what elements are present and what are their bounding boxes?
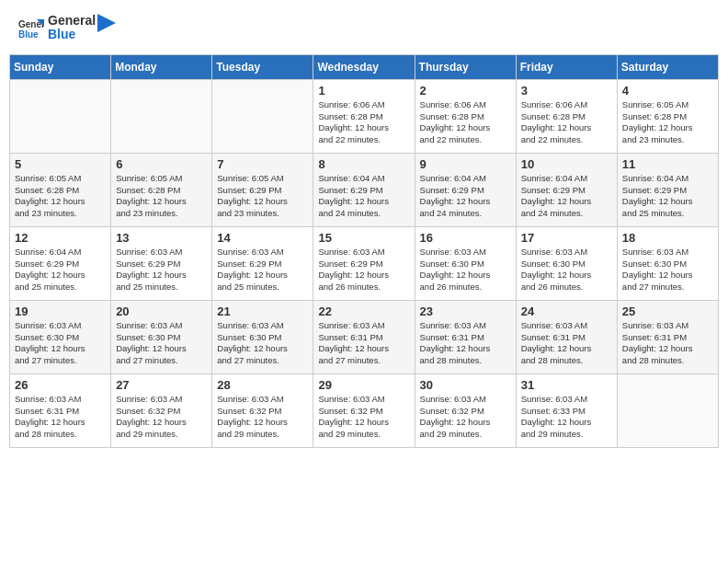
day-info: Sunrise: 6:03 AM Sunset: 6:33 PM Dayligh… — [521, 394, 612, 441]
calendar-cell: 3Sunrise: 6:06 AM Sunset: 6:28 PM Daylig… — [516, 79, 617, 153]
day-info: Sunrise: 6:03 AM Sunset: 6:32 PM Dayligh… — [116, 394, 207, 441]
day-number: 16 — [420, 231, 511, 245]
day-number: 20 — [116, 304, 207, 318]
day-number: 15 — [318, 231, 409, 245]
calendar-cell: 29Sunrise: 6:03 AM Sunset: 6:32 PM Dayli… — [313, 373, 415, 447]
day-info: Sunrise: 6:03 AM Sunset: 6:29 PM Dayligh… — [318, 247, 409, 293]
day-info: Sunrise: 6:06 AM Sunset: 6:28 PM Dayligh… — [420, 99, 511, 146]
day-info: Sunrise: 6:03 AM Sunset: 6:30 PM Dayligh… — [622, 247, 713, 293]
day-number: 30 — [420, 378, 511, 392]
day-header-wednesday: Wednesday — [313, 54, 415, 79]
calendar-cell: 25Sunrise: 6:03 AM Sunset: 6:31 PM Dayli… — [617, 300, 718, 373]
calendar-cell: 18Sunrise: 6:03 AM Sunset: 6:30 PM Dayli… — [617, 226, 718, 300]
day-number: 18 — [622, 231, 713, 245]
day-number: 3 — [521, 84, 612, 98]
logo-general: General — [48, 14, 96, 28]
calendar-cell: 17Sunrise: 6:03 AM Sunset: 6:30 PM Dayli… — [516, 226, 617, 300]
calendar-cell: 11Sunrise: 6:04 AM Sunset: 6:29 PM Dayli… — [617, 153, 718, 226]
calendar-cell: 19Sunrise: 6:03 AM Sunset: 6:30 PM Dayli… — [10, 300, 111, 373]
day-number: 13 — [116, 231, 207, 245]
calendar-cell: 1Sunrise: 6:06 AM Sunset: 6:28 PM Daylig… — [313, 79, 415, 153]
calendar-cell: 2Sunrise: 6:06 AM Sunset: 6:28 PM Daylig… — [415, 79, 516, 153]
calendar-cell: 6Sunrise: 6:05 AM Sunset: 6:28 PM Daylig… — [111, 153, 212, 226]
day-number: 23 — [420, 304, 511, 318]
day-number: 21 — [217, 304, 308, 318]
calendar-week-row: 1Sunrise: 6:06 AM Sunset: 6:28 PM Daylig… — [10, 79, 719, 153]
day-info: Sunrise: 6:03 AM Sunset: 6:31 PM Dayligh… — [521, 320, 612, 367]
day-number: 14 — [217, 231, 308, 245]
day-info: Sunrise: 6:03 AM Sunset: 6:32 PM Dayligh… — [318, 394, 409, 441]
calendar-cell: 27Sunrise: 6:03 AM Sunset: 6:32 PM Dayli… — [111, 373, 212, 447]
day-info: Sunrise: 6:03 AM Sunset: 6:32 PM Dayligh… — [420, 394, 511, 441]
logo-icon: General Blue — [18, 15, 44, 40]
day-info: Sunrise: 6:03 AM Sunset: 6:29 PM Dayligh… — [217, 247, 308, 293]
day-number: 11 — [622, 157, 713, 171]
calendar-cell: 10Sunrise: 6:04 AM Sunset: 6:29 PM Dayli… — [516, 153, 617, 226]
calendar-cell: 9Sunrise: 6:04 AM Sunset: 6:29 PM Daylig… — [415, 153, 516, 226]
day-info: Sunrise: 6:05 AM Sunset: 6:28 PM Dayligh… — [15, 173, 106, 220]
calendar-cell: 16Sunrise: 6:03 AM Sunset: 6:30 PM Dayli… — [415, 226, 516, 300]
day-number: 25 — [622, 304, 713, 318]
calendar-cell: 28Sunrise: 6:03 AM Sunset: 6:32 PM Dayli… — [212, 373, 313, 447]
day-info: Sunrise: 6:03 AM Sunset: 6:29 PM Dayligh… — [116, 247, 207, 293]
logo-blue: Blue — [48, 28, 96, 41]
day-number: 1 — [318, 84, 409, 98]
day-info: Sunrise: 6:03 AM Sunset: 6:30 PM Dayligh… — [116, 320, 207, 367]
day-info: Sunrise: 6:04 AM Sunset: 6:29 PM Dayligh… — [420, 173, 511, 220]
day-number: 6 — [116, 157, 207, 171]
day-header-sunday: Sunday — [10, 54, 111, 79]
calendar-cell: 12Sunrise: 6:04 AM Sunset: 6:29 PM Dayli… — [10, 226, 111, 300]
day-number: 4 — [622, 84, 713, 98]
day-number: 7 — [217, 157, 308, 171]
day-info: Sunrise: 6:03 AM Sunset: 6:30 PM Dayligh… — [15, 320, 106, 367]
day-info: Sunrise: 6:04 AM Sunset: 6:29 PM Dayligh… — [318, 173, 409, 220]
day-info: Sunrise: 6:03 AM Sunset: 6:30 PM Dayligh… — [521, 247, 612, 293]
day-number: 31 — [521, 378, 612, 392]
calendar-cell — [10, 79, 111, 153]
calendar-header-row: SundayMondayTuesdayWednesdayThursdayFrid… — [10, 54, 719, 79]
calendar-cell: 14Sunrise: 6:03 AM Sunset: 6:29 PM Dayli… — [212, 226, 313, 300]
day-number: 28 — [217, 378, 308, 392]
calendar-cell: 13Sunrise: 6:03 AM Sunset: 6:29 PM Dayli… — [111, 226, 212, 300]
day-header-monday: Monday — [111, 54, 212, 79]
day-info: Sunrise: 6:06 AM Sunset: 6:28 PM Dayligh… — [318, 99, 409, 146]
calendar-cell: 4Sunrise: 6:05 AM Sunset: 6:28 PM Daylig… — [617, 79, 718, 153]
day-number: 9 — [420, 157, 511, 171]
day-info: Sunrise: 6:05 AM Sunset: 6:28 PM Dayligh… — [116, 173, 207, 220]
svg-text:Blue: Blue — [18, 29, 39, 40]
calendar-cell — [617, 373, 718, 447]
calendar-cell: 24Sunrise: 6:03 AM Sunset: 6:31 PM Dayli… — [516, 300, 617, 373]
day-info: Sunrise: 6:03 AM Sunset: 6:32 PM Dayligh… — [217, 394, 308, 441]
calendar-week-row: 19Sunrise: 6:03 AM Sunset: 6:30 PM Dayli… — [10, 300, 719, 373]
calendar-cell: 26Sunrise: 6:03 AM Sunset: 6:31 PM Dayli… — [10, 373, 111, 447]
day-info: Sunrise: 6:06 AM Sunset: 6:28 PM Dayligh… — [521, 99, 612, 146]
calendar-cell — [212, 79, 313, 153]
day-info: Sunrise: 6:03 AM Sunset: 6:31 PM Dayligh… — [15, 394, 106, 441]
calendar-cell: 31Sunrise: 6:03 AM Sunset: 6:33 PM Dayli… — [516, 373, 617, 447]
calendar-cell: 21Sunrise: 6:03 AM Sunset: 6:30 PM Dayli… — [212, 300, 313, 373]
day-header-friday: Friday — [516, 54, 617, 79]
day-number: 2 — [420, 84, 511, 98]
calendar-cell: 23Sunrise: 6:03 AM Sunset: 6:31 PM Dayli… — [415, 300, 516, 373]
day-header-tuesday: Tuesday — [212, 54, 313, 79]
calendar-table: SundayMondayTuesdayWednesdayThursdayFrid… — [9, 54, 719, 448]
day-number: 26 — [15, 378, 106, 392]
day-info: Sunrise: 6:03 AM Sunset: 6:31 PM Dayligh… — [622, 320, 713, 367]
day-number: 27 — [116, 378, 207, 392]
logo: General Blue General Blue — [18, 14, 116, 42]
page-header: General Blue General Blue — [9, 9, 719, 47]
calendar-week-row: 26Sunrise: 6:03 AM Sunset: 6:31 PM Dayli… — [10, 373, 719, 447]
day-info: Sunrise: 6:03 AM Sunset: 6:31 PM Dayligh… — [420, 320, 511, 367]
calendar-cell: 5Sunrise: 6:05 AM Sunset: 6:28 PM Daylig… — [10, 153, 111, 226]
calendar-week-row: 12Sunrise: 6:04 AM Sunset: 6:29 PM Dayli… — [10, 226, 719, 300]
svg-marker-3 — [97, 14, 116, 32]
calendar-cell: 30Sunrise: 6:03 AM Sunset: 6:32 PM Dayli… — [415, 373, 516, 447]
logo-arrow-icon — [97, 14, 116, 32]
day-info: Sunrise: 6:04 AM Sunset: 6:29 PM Dayligh… — [622, 173, 713, 220]
day-header-saturday: Saturday — [617, 54, 718, 79]
day-info: Sunrise: 6:04 AM Sunset: 6:29 PM Dayligh… — [521, 173, 612, 220]
day-info: Sunrise: 6:04 AM Sunset: 6:29 PM Dayligh… — [15, 247, 106, 293]
day-info: Sunrise: 6:03 AM Sunset: 6:30 PM Dayligh… — [420, 247, 511, 293]
day-number: 19 — [15, 304, 106, 318]
day-number: 29 — [318, 378, 409, 392]
